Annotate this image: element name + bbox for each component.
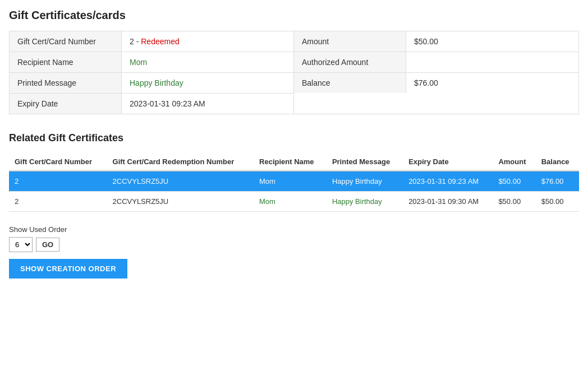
table-row: 22CCVYLSRZ5JUMomHappy Birthday2023-01-31…	[9, 192, 579, 212]
detail-row: Gift Cert/Card Number2 - Redeemed	[10, 31, 294, 52]
detail-value: Happy Birthday	[122, 73, 293, 93]
table-header-row: Gift Cert/Card NumberGift Cert/Card Rede…	[9, 153, 579, 171]
table-cell: Happy Birthday	[327, 192, 403, 212]
table-cell: 2023-01-31 09:30 AM	[403, 192, 493, 212]
table-header-cell: Printed Message	[327, 153, 403, 171]
table-header-cell: Gift Cert/Card Redemption Number	[107, 153, 254, 171]
go-row: 6 7 8 GO	[9, 237, 579, 252]
table-cell: $50.00	[536, 192, 579, 212]
detail-label: Gift Cert/Card Number	[10, 31, 122, 52]
detail-value: Mom	[122, 52, 293, 72]
table-cell: 2	[9, 192, 107, 212]
detail-value: $50.00	[406, 31, 578, 52]
related-table: Gift Cert/Card NumberGift Cert/Card Rede…	[9, 153, 579, 212]
show-used-order-label: Show Used Order	[9, 225, 579, 234]
detail-label: Amount	[294, 31, 406, 52]
detail-label: Printed Message	[10, 73, 122, 93]
related-section: Related Gift Certificates Gift Cert/Card…	[9, 132, 579, 212]
table-cell: $50.00	[493, 192, 535, 212]
related-title: Related Gift Certificates	[9, 132, 579, 144]
table-header-cell: Amount	[493, 153, 535, 171]
detail-value	[406, 52, 578, 72]
detail-label: Expiry Date	[10, 94, 122, 114]
detail-label: Authorized Amount	[294, 52, 406, 72]
table-header-cell: Expiry Date	[403, 153, 493, 171]
table-cell: 2023-01-31 09:23 AM	[403, 171, 493, 192]
table-cell: $76.00	[536, 171, 579, 192]
table-cell: Mom	[254, 192, 327, 212]
detail-row: Expiry Date2023-01-31 09:23 AM	[10, 94, 294, 114]
table-cell: 2	[9, 171, 107, 192]
table-header-cell: Gift Cert/Card Number	[9, 153, 107, 171]
table-cell: 2CCVYLSRZ5JU	[107, 171, 254, 192]
details-grid: Gift Cert/Card Number2 - RedeemedRecipie…	[9, 31, 579, 114]
detail-label: Balance	[294, 73, 406, 93]
detail-label: Recipient Name	[10, 52, 122, 72]
details-left: Gift Cert/Card Number2 - RedeemedRecipie…	[10, 31, 294, 114]
detail-value: 2023-01-31 09:23 AM	[122, 94, 293, 114]
table-row: 22CCVYLSRZ5JUMomHappy Birthday2023-01-31…	[9, 171, 579, 192]
show-used-order-section: Show Used Order 6 7 8 GO SHOW CREATION O…	[9, 225, 579, 278]
table-header-cell: Balance	[536, 153, 579, 171]
table-cell: 2CCVYLSRZ5JU	[107, 192, 254, 212]
table-body: 22CCVYLSRZ5JUMomHappy Birthday2023-01-31…	[9, 171, 579, 212]
go-button[interactable]: GO	[36, 238, 59, 252]
table-cell: Happy Birthday	[327, 171, 403, 192]
detail-row: Printed MessageHappy Birthday	[10, 73, 294, 94]
show-used-order-select[interactable]: 6 7 8	[9, 237, 33, 252]
table-header-cell: Recipient Name	[254, 153, 327, 171]
detail-row: Authorized Amount	[294, 52, 578, 73]
detail-row: Recipient NameMom	[10, 52, 294, 73]
details-right: Amount$50.00Authorized AmountBalance$76.…	[294, 31, 578, 114]
detail-row: Balance$76.00	[294, 73, 578, 93]
show-creation-order-button[interactable]: SHOW CREATION ORDER	[9, 259, 127, 278]
detail-row: Amount$50.00	[294, 31, 578, 52]
detail-value: $76.00	[406, 73, 578, 93]
table-cell: Mom	[254, 171, 327, 192]
detail-value: 2 - Redeemed	[122, 31, 293, 52]
table-cell: $50.00	[493, 171, 535, 192]
page-title: Gift Certificates/cards	[9, 9, 579, 22]
